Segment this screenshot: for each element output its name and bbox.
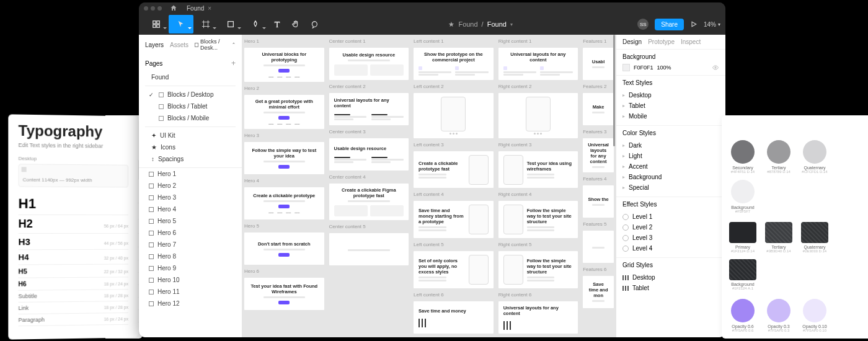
color-style-item[interactable]: ▸Dark (622, 140, 719, 151)
tab-layers[interactable]: Layers (145, 42, 164, 48)
shape-tool[interactable] (218, 15, 243, 33)
bg-swatch[interactable] (622, 64, 630, 71)
play-icon[interactable] (690, 20, 698, 28)
color-swatch[interactable]: Tertiary#878789 D.14 (764, 140, 794, 174)
frame-label[interactable]: Features 2 (583, 84, 614, 89)
color-style-item[interactable]: ▸Accent (622, 161, 719, 172)
frame-label[interactable]: Center content 1 (329, 38, 409, 44)
frame-label[interactable]: Hero 6 (244, 268, 324, 274)
frame[interactable]: Universal layouts for any content (583, 138, 614, 172)
color-swatch[interactable]: Quaternary#CFCFD1 D.14 (800, 140, 830, 174)
frame[interactable]: Save time and money (414, 301, 494, 334)
tab-inspect[interactable]: Inspect (681, 38, 701, 45)
frame[interactable]: Usable design resource (329, 48, 409, 80)
effect-style-item[interactable]: Level 3 (622, 232, 719, 243)
bg-hex[interactable]: F0F0F1 (634, 64, 653, 71)
tab-assets[interactable]: Assets (170, 42, 188, 48)
frame[interactable]: Create a clickable prototype fast (414, 151, 494, 188)
frame-label[interactable]: Center content 2 (329, 84, 409, 89)
avatar[interactable]: SS (637, 19, 649, 30)
color-swatch[interactable]: Background#F5F5F7 (728, 180, 758, 213)
frame[interactable]: Get a great prototype with minimal effor… (244, 95, 324, 129)
frame-label[interactable]: Hero 3 (244, 133, 324, 138)
frame-label[interactable]: Left content 4 (414, 192, 494, 197)
text-style-item[interactable]: ▸Tablet (622, 100, 719, 111)
page-item[interactable]: ✦UI Kit (139, 130, 242, 141)
color-swatch[interactable]: Tertiary#3B3D40 D.14 (764, 222, 794, 253)
text-style-item[interactable]: ▸Mobile (622, 111, 719, 122)
frame-label[interactable]: Center content 4 (329, 174, 409, 180)
traffic-lights[interactable] (144, 6, 162, 11)
frame[interactable]: Save time and money starting from a prot… (414, 201, 494, 238)
frame[interactable]: Make (583, 93, 614, 125)
canvas-scrollbar[interactable] (613, 35, 615, 337)
tab-design[interactable]: Design (622, 38, 642, 45)
frame-label[interactable]: Features 4 (583, 176, 614, 182)
frame[interactable]: Usabl (583, 48, 614, 80)
page-item[interactable]: ★Icons (139, 141, 242, 153)
add-page-button[interactable]: + (231, 59, 236, 68)
frame-label[interactable]: Left content 1 (414, 38, 494, 44)
frame-label[interactable]: Right content 3 (498, 142, 578, 148)
frame-label[interactable]: Features 1 (583, 38, 614, 44)
text-tool[interactable] (268, 15, 286, 33)
page-item[interactable]: Found (139, 71, 242, 83)
share-button[interactable]: Share (655, 19, 684, 30)
frame-label[interactable]: Hero 2 (244, 86, 324, 91)
frame-label[interactable]: Hero 5 (244, 223, 324, 229)
layer-item[interactable]: Hero 12 (139, 298, 242, 309)
effect-style-item[interactable]: Level 2 (622, 222, 719, 232)
color-style-item[interactable]: ▸Special (622, 182, 719, 193)
frame-label[interactable]: Left content 2 (414, 84, 494, 89)
page-item[interactable]: ↕Spacings (139, 153, 242, 165)
effect-style-item[interactable]: Level 1 (622, 211, 719, 222)
file-tab[interactable]: Found × (187, 5, 211, 12)
frame-label[interactable]: Center content 3 (329, 129, 409, 135)
color-swatch[interactable]: Secondary#4F4F51 D.14 (728, 140, 758, 174)
grid-style-item[interactable]: Tablet (622, 283, 719, 293)
frame-label[interactable]: Right content 5 (498, 242, 578, 247)
layer-item[interactable]: Hero 2 (139, 180, 242, 192)
comment-tool[interactable] (305, 15, 324, 33)
page-item[interactable]: Blocks / Mobile (139, 112, 242, 124)
color-swatch[interactable]: Primary#1F2124 D.14 (728, 222, 758, 253)
frame[interactable]: Save time and mon (583, 276, 614, 308)
frame-tool[interactable] (193, 15, 218, 33)
frame-label[interactable]: Hero 1 (244, 38, 324, 44)
frame[interactable]: Universal blocks for prototyping▬▬▬▬▬▬▬▬ (244, 48, 324, 82)
layer-item[interactable]: Hero 10 (139, 274, 242, 286)
frame-label[interactable]: Right content 4 (498, 192, 578, 197)
frame[interactable]: Create a clickable Figma prototype fast (329, 184, 409, 220)
color-swatch[interactable]: Opacity 0.10#7F5AF0 0.10 (800, 299, 830, 332)
color-style-item[interactable]: ▸Light (622, 151, 719, 161)
frame[interactable] (583, 231, 614, 263)
frame[interactable]: Universal layouts for any content (498, 301, 578, 334)
frame[interactable]: Follow the simple way to test your idea (244, 142, 324, 174)
layer-item[interactable]: Hero 8 (139, 250, 242, 262)
frame-label[interactable]: Left content 3 (414, 142, 494, 148)
color-swatch[interactable]: Opacity 0.3#7F5AF0 0.3 (764, 299, 794, 332)
frame[interactable]: Test your idea using wireframes (498, 151, 578, 188)
move-tool[interactable] (169, 15, 193, 33)
frame-label[interactable]: Center content 5 (329, 224, 409, 229)
frame[interactable]: Usable design resource (329, 138, 409, 170)
page-selector[interactable]: Blocks / Desk... ⌃ (195, 38, 236, 51)
page-item[interactable]: ✓Blocks / Desktop (139, 89, 242, 100)
frame-label[interactable]: Right content 6 (498, 292, 578, 298)
frame-label[interactable]: Features 3 (583, 129, 614, 135)
color-style-item[interactable]: ▸Background (622, 172, 719, 182)
frame[interactable]: Universal layouts for any content (329, 93, 409, 125)
frame[interactable] (329, 233, 409, 265)
layer-item[interactable]: Hero 5 (139, 215, 242, 227)
canvas[interactable]: Hero 1Universal blocks for prototyping▬▬… (242, 35, 616, 337)
close-icon[interactable]: × (208, 5, 211, 12)
layer-item[interactable]: Hero 11 (139, 286, 242, 298)
effect-style-item[interactable]: Level 4 (622, 243, 719, 254)
layer-item[interactable]: Hero 1 (139, 168, 242, 180)
frame-label[interactable]: Features 6 (583, 267, 614, 272)
color-swatch[interactable]: Quaternary#2E3033 D.14 (800, 222, 830, 253)
frame-label[interactable]: Right content 1 (498, 38, 578, 44)
frame[interactable]: Show the (583, 185, 614, 218)
frame[interactable] (414, 93, 494, 138)
frame-label[interactable]: Features 5 (583, 221, 614, 227)
